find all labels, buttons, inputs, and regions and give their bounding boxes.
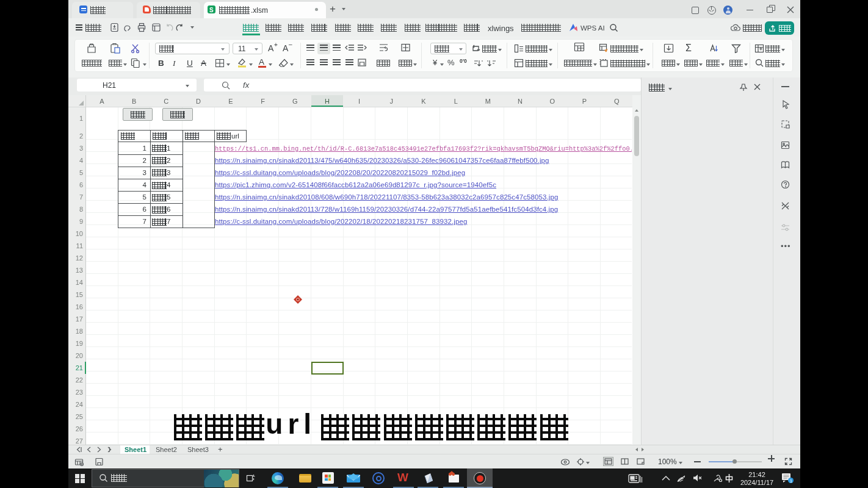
svg-text:1: 1 [790,478,793,484]
